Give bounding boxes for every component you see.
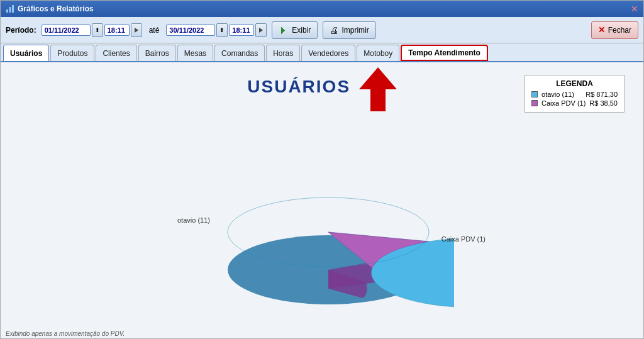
tab-usuarios[interactable]: Usuários xyxy=(3,45,49,61)
period-label: Período: xyxy=(6,26,36,35)
svg-rect-2 xyxy=(12,5,14,13)
status-text: Exibindo apenas a movimentação do PDV. xyxy=(6,330,125,337)
tab-motoboy[interactable]: Motoboy xyxy=(357,45,399,61)
start-date-spin[interactable]: ⬍ xyxy=(92,23,103,37)
toolbar: Período: ⬍ até ⬍ ⏵ Exibir xyxy=(1,17,643,43)
window-close-x[interactable]: ✕ xyxy=(631,4,638,14)
end-time-spin[interactable] xyxy=(255,23,267,37)
tab-bairros[interactable]: Bairros xyxy=(138,45,176,61)
imprimir-label: Imprimir xyxy=(341,26,369,35)
chart-icon xyxy=(6,4,14,13)
tab-vendedores[interactable]: Vendedores xyxy=(301,45,355,61)
tab-horas[interactable]: Horas xyxy=(266,45,300,61)
pie-chart-svg xyxy=(203,135,454,317)
legend-item-otavio: otavio (11) R$ 871,30 xyxy=(531,91,618,98)
fechar-icon: ✕ xyxy=(598,25,605,35)
legend-name-caixa: Caixa PDV (1) xyxy=(541,99,586,107)
fechar-button[interactable]: ✕ Fechar xyxy=(591,21,638,39)
start-time-spin[interactable] xyxy=(131,23,142,37)
start-time-input[interactable] xyxy=(104,25,130,36)
status-bar: Exibindo apenas a movimentação do PDV. xyxy=(6,330,125,337)
tabs-bar: Usuários Produtos Clientes Bairros Mesas… xyxy=(1,43,643,62)
content-area: USUÁRIOS LEGENDA otavio (11) R$ 871,30 C… xyxy=(1,62,643,338)
pie-label-caixa: Caixa PDV (1) xyxy=(441,235,486,243)
tab-comandas[interactable]: Comandas xyxy=(214,45,265,61)
exibir-button[interactable]: ⏵ Exibir xyxy=(272,21,318,39)
tab-mesas[interactable]: Mesas xyxy=(177,45,213,61)
legend-box: LEGENDA otavio (11) R$ 871,30 Caixa PDV … xyxy=(525,75,625,113)
svg-rect-1 xyxy=(9,7,11,13)
legend-item-caixa: Caixa PDV (1) R$ 38,50 xyxy=(531,99,618,107)
end-date-spin[interactable]: ⬍ xyxy=(216,23,228,37)
imprimir-button[interactable]: 🖨 Imprimir xyxy=(323,21,375,39)
ate-label: até xyxy=(147,26,162,35)
window-controls: ✕ xyxy=(631,4,638,14)
tab-clientes[interactable]: Clientes xyxy=(96,45,136,61)
legend-name-otavio: otavio (11) xyxy=(541,91,582,98)
exibir-icon: ⏵ xyxy=(279,25,289,36)
legend-title: LEGENDA xyxy=(531,79,618,88)
legend-value-otavio: R$ 871,30 xyxy=(586,91,618,98)
window-title: Gráficos e Relatórios xyxy=(18,4,94,13)
pie-label-otavio: otavio (11) xyxy=(177,216,210,224)
svg-rect-0 xyxy=(6,9,8,13)
chart-title: USUÁRIOS xyxy=(247,77,350,96)
legend-color-caixa xyxy=(531,100,538,106)
title-bar-title: Gráficos e Relatórios xyxy=(6,4,94,13)
title-bar: Gráficos e Relatórios ✕ xyxy=(1,1,643,17)
start-date-input[interactable] xyxy=(42,25,91,36)
tab-tempo-atendimento[interactable]: Tempo Atendimento xyxy=(401,45,488,61)
main-window: Gráficos e Relatórios ✕ Período: ⬍ até ⬍ xyxy=(0,0,644,339)
svg-marker-3 xyxy=(359,67,397,111)
end-time-input[interactable] xyxy=(229,25,254,36)
pie-wrapper: otavio (11) Caixa PDV (1) xyxy=(203,135,441,311)
end-date-input[interactable] xyxy=(166,25,215,36)
spin-icon xyxy=(133,26,140,34)
end-date-group: ⬍ xyxy=(166,23,267,37)
tab-produtos[interactable]: Produtos xyxy=(50,45,94,61)
legend-color-otavio xyxy=(531,91,538,97)
spin-icon-2 xyxy=(257,26,265,34)
fechar-label: Fechar xyxy=(608,26,631,35)
start-date-group: ⬍ xyxy=(42,23,142,37)
imprimir-icon: 🖨 xyxy=(330,25,338,35)
arrow-up-icon xyxy=(359,67,397,113)
exibir-label: Exibir xyxy=(292,26,311,35)
legend-value-caixa: R$ 38,50 xyxy=(589,99,618,107)
chart-container: otavio (11) Caixa PDV (1) xyxy=(1,116,643,330)
